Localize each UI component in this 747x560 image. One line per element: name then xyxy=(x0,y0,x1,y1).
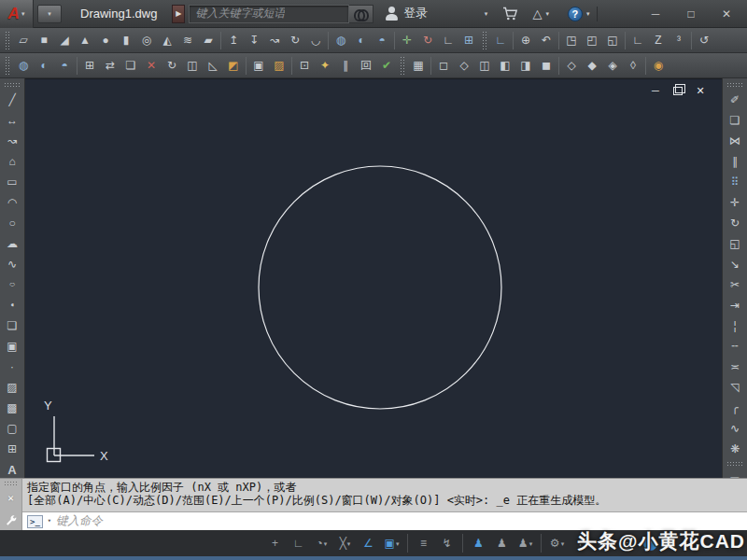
selection-cycling-icon[interactable]: ↯ xyxy=(436,532,458,554)
close-button[interactable]: ✕ xyxy=(715,6,738,22)
ucs-z-axis-icon[interactable]: Z xyxy=(648,30,669,51)
copy-faces-icon[interactable]: ❏ xyxy=(120,55,141,77)
ucs-view-icon[interactable]: ◱ xyxy=(602,30,623,51)
delete-faces-icon[interactable]: ✕ xyxy=(141,55,162,77)
rotate-icon[interactable]: ↻ xyxy=(725,213,746,233)
erase-icon[interactable]: ✐ xyxy=(725,90,746,110)
isometric-drafting-icon[interactable]: ╳▾ xyxy=(334,532,356,554)
2d-object-snap-icon[interactable]: ▣▾ xyxy=(381,532,402,554)
multiline-text-icon[interactable]: A xyxy=(2,459,23,478)
solid-subtract-icon[interactable]: ◐ xyxy=(34,55,54,77)
ellipse-icon[interactable]: ○ xyxy=(2,274,23,295)
lineweight-icon[interactable]: ≡ xyxy=(413,532,434,554)
rectangle-icon[interactable]: ▭ xyxy=(2,172,23,192)
circle-icon[interactable]: ○ xyxy=(2,213,23,233)
rotate-faces-icon[interactable]: ↻ xyxy=(162,55,182,77)
table-icon[interactable]: ⊞ xyxy=(2,439,23,459)
solid-union-icon[interactable]: ◍ xyxy=(13,55,34,77)
wedge-icon[interactable]: ◢ xyxy=(54,30,75,51)
search-input[interactable]: 键入关键字或短语 xyxy=(189,5,349,23)
solid-intersect-icon[interactable]: ◓ xyxy=(54,55,75,77)
ucs-3-point-icon[interactable]: ³ xyxy=(669,30,689,51)
taper-faces-icon[interactable]: ◺ xyxy=(203,55,223,77)
polar-tracking-icon[interactable]: ◔▾ xyxy=(311,532,332,554)
ne-isometric-icon[interactable]: ◈ xyxy=(602,55,623,77)
object-snap-icon[interactable]: ∠ xyxy=(358,532,379,554)
workspace-switching-icon[interactable]: ⚙▾ xyxy=(546,532,568,554)
command-input[interactable]: 键入命令 xyxy=(56,513,103,529)
move-faces-icon[interactable]: ⇄ xyxy=(100,55,120,77)
join-icon[interactable]: ≍ xyxy=(725,357,746,377)
nw-isometric-icon[interactable]: ◊ xyxy=(623,55,643,77)
extrude-faces-icon[interactable]: ⊞ xyxy=(79,55,100,77)
search-button[interactable] xyxy=(349,5,374,23)
insert-block-icon[interactable]: ❏ xyxy=(2,315,23,336)
sw-isometric-icon[interactable]: ◇ xyxy=(561,55,582,77)
helix-icon[interactable]: ≋ xyxy=(177,30,198,51)
break-at-point-icon[interactable]: ¦ xyxy=(725,315,746,336)
partial-tool-icon[interactable]: ▭ xyxy=(725,469,746,478)
hatch-icon[interactable]: ▨ xyxy=(2,377,23,398)
wireframe-style-icon[interactable]: ◇ xyxy=(454,55,474,77)
cylinder-icon[interactable]: ▮ xyxy=(116,30,136,51)
camera-icon[interactable]: ◉ xyxy=(648,55,669,77)
ucs-world-icon[interactable]: ⊕ xyxy=(515,30,536,51)
sweep-icon[interactable]: ↝ xyxy=(264,30,285,51)
hidden-style-icon[interactable]: ◫ xyxy=(474,55,495,77)
box-icon[interactable]: ■ xyxy=(34,30,54,51)
drawing-close-button[interactable]: ✕ xyxy=(694,85,707,96)
explode-icon[interactable]: ❋ xyxy=(725,439,746,459)
toolbar-grip[interactable] xyxy=(400,56,405,75)
app-menu-button[interactable]: A ▾ xyxy=(0,0,34,28)
2d-wireframe-style-icon[interactable]: ◻ xyxy=(433,55,454,77)
extend-icon[interactable]: ⇥ xyxy=(725,295,746,315)
shell-icon[interactable]: 回 xyxy=(356,55,376,77)
polygon-icon[interactable]: ⌂ xyxy=(2,151,23,172)
union-icon[interactable]: ◍ xyxy=(331,30,351,51)
fillet-icon[interactable]: ╭ xyxy=(725,398,746,418)
store-cart-button[interactable] xyxy=(502,7,519,21)
3d-align-icon[interactable]: ∟ xyxy=(438,30,458,51)
snap-mode-icon[interactable]: + xyxy=(264,532,286,554)
toolbar-grip[interactable] xyxy=(5,56,10,75)
clean-icon[interactable]: ✦ xyxy=(315,55,335,77)
ucs-icon[interactable]: ∟ xyxy=(490,30,511,51)
pyramid-icon[interactable]: ◭ xyxy=(157,30,177,51)
search-history-button[interactable]: ▶ xyxy=(172,5,185,23)
polyline-icon[interactable]: ↝ xyxy=(2,131,23,151)
gradient-icon[interactable]: ▩ xyxy=(2,398,23,418)
ucs-previous-icon[interactable]: ↶ xyxy=(536,30,557,51)
line-icon[interactable]: ╱ xyxy=(2,90,23,110)
annotation-scale-icon[interactable]: ♟▾ xyxy=(514,532,536,554)
chamfer-icon[interactable]: ◹ xyxy=(725,377,746,398)
blend-curves-icon[interactable]: ∿ xyxy=(725,418,746,439)
offset-icon[interactable]: ∥ xyxy=(725,151,746,172)
polysolid-icon[interactable]: ▱ xyxy=(13,30,34,51)
ucs-origin-icon[interactable]: ∟ xyxy=(627,30,648,51)
check-icon[interactable]: ✔ xyxy=(376,55,397,77)
torus-icon[interactable]: ◎ xyxy=(136,30,157,51)
toolbar-grip[interactable] xyxy=(482,31,487,49)
quick-access-dropdown[interactable]: ▾ xyxy=(37,5,62,23)
visual-styles-manager-icon[interactable]: ▦ xyxy=(408,55,429,77)
copy-icon[interactable]: ❏ xyxy=(725,110,746,131)
break-icon[interactable]: ╌ xyxy=(725,336,746,357)
stretch-icon[interactable]: ↘ xyxy=(725,254,746,274)
intersect-icon[interactable]: ◓ xyxy=(372,30,392,51)
revolve-icon[interactable]: ↻ xyxy=(285,30,305,51)
annotation-visibility-icon[interactable]: ♟ xyxy=(468,532,489,554)
ucs-face-icon[interactable]: ◳ xyxy=(561,30,582,51)
color-faces-icon[interactable]: ◩ xyxy=(223,55,244,77)
copy-edges-icon[interactable]: ▣ xyxy=(248,55,269,77)
recent-commands-dropdown[interactable]: ▾ xyxy=(48,518,51,525)
se-isometric-icon[interactable]: ◆ xyxy=(582,55,602,77)
shaded-style-icon[interactable]: ◼ xyxy=(536,55,557,77)
sign-in-button[interactable]: 登录 ▾ xyxy=(381,4,491,24)
3d-array-icon[interactable]: ⊞ xyxy=(458,30,479,51)
region-icon[interactable]: ▢ xyxy=(2,418,23,439)
ellipse-arc-icon[interactable]: ◖ xyxy=(2,295,23,315)
maximize-button[interactable]: □ xyxy=(680,6,702,22)
move-icon[interactable]: ✛ xyxy=(725,192,746,213)
loft-icon[interactable]: ◡ xyxy=(305,30,326,51)
make-block-icon[interactable]: ▣ xyxy=(2,336,23,357)
